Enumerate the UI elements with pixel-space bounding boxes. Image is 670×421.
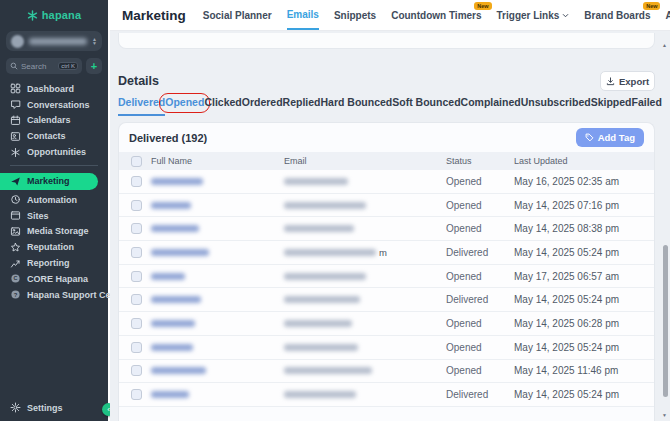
details-tab-complained[interactable]: Complained <box>461 96 521 116</box>
sidebar-item-media-storage[interactable]: Media Storage <box>0 224 108 240</box>
details-tab-delivered[interactable]: Delivered <box>118 96 165 116</box>
details-tab-hard-bounced[interactable]: Hard Bounced <box>321 96 393 116</box>
table-row[interactable]: DeliveredMay 14, 2025 05:24 pm <box>119 383 654 407</box>
add-tag-button[interactable]: Add Tag <box>576 128 644 147</box>
row-checkbox[interactable] <box>131 389 142 400</box>
redacted-email <box>284 202 366 209</box>
sidebar-item-support[interactable]: ?Hapana Support Center <box>0 287 108 303</box>
details-tab-label: Delivered <box>118 96 165 108</box>
details-tab-skipped[interactable]: Skipped <box>591 96 632 116</box>
details-tab-bar: DeliveredOpenedClickedOrderedRepliedHard… <box>118 96 612 116</box>
export-button[interactable]: Export <box>600 71 655 91</box>
status-value: Delivered <box>446 247 514 258</box>
sidebar-item-dashboard[interactable]: Dashboard <box>0 81 108 97</box>
marketing-icon <box>10 176 21 187</box>
tab-label: Trigger Links <box>497 10 560 21</box>
table-row[interactable]: OpenedMay 14, 2025 08:38 pm <box>119 217 654 241</box>
row-checkbox[interactable] <box>131 294 142 305</box>
redacted-email <box>284 249 376 256</box>
last-updated-value: May 14, 2025 06:28 pm <box>514 318 654 329</box>
status-value: Opened <box>446 318 514 329</box>
sidebar-item-contacts[interactable]: Contacts <box>0 128 108 144</box>
table-row[interactable]: OpenedMay 14, 2025 07:16 pm <box>119 194 654 218</box>
redacted-full-name <box>151 391 189 398</box>
reporting-icon <box>10 258 21 269</box>
delivered-table-card: Delivered (192) Add Tag Full Name Email … <box>118 122 655 421</box>
sidebar-item-label: Automation <box>27 195 77 205</box>
tab-snippets[interactable]: Snippets <box>334 0 376 30</box>
new-badge: New <box>643 2 660 10</box>
sidebar-item-calendars[interactable]: Calendars <box>0 113 108 129</box>
tab-countdown-timers[interactable]: Countdown TimersNew <box>391 0 481 30</box>
redacted-full-name <box>151 225 199 232</box>
table-header-row: Full Name Email Status Last Updated <box>119 152 654 170</box>
table-row[interactable]: OpenedMay 16, 2025 02:35 am <box>119 170 654 194</box>
last-updated-value: May 14, 2025 05:24 pm <box>514 342 654 353</box>
column-full-name: Full Name <box>151 156 284 166</box>
sidebar-item-marketing[interactable]: Marketing <box>0 173 98 190</box>
sidebar-item-core-hapana[interactable]: CCORE Hapana <box>0 271 108 287</box>
row-checkbox[interactable] <box>131 247 142 258</box>
column-email: Email <box>284 156 446 166</box>
row-checkbox[interactable] <box>131 200 142 211</box>
table-body: OpenedMay 16, 2025 02:35 amOpenedMay 14,… <box>119 170 654 407</box>
tab-trigger-links[interactable]: Trigger Links <box>497 0 570 30</box>
table-row[interactable]: mDeliveredMay 14, 2025 05:24 pm <box>119 241 654 265</box>
table-row[interactable]: OpenedMay 14, 2025 05:24 pm <box>119 336 654 360</box>
redacted-email <box>284 344 358 351</box>
add-button[interactable]: + <box>86 58 102 74</box>
details-tab-failed[interactable]: Failed <box>632 96 662 116</box>
details-tab-replied[interactable]: Replied <box>283 96 321 116</box>
details-tab-unsubscribed[interactable]: Unsubscribed <box>521 96 591 116</box>
table-row[interactable]: OpenedMay 14, 2025 06:28 pm <box>119 312 654 336</box>
sidebar-item-reporting[interactable]: Reporting <box>0 255 108 271</box>
tab-brand-boards[interactable]: Brand BoardsNew <box>584 0 650 30</box>
status-value: Delivered <box>446 389 514 400</box>
scrollbar-thumb[interactable] <box>663 245 668 397</box>
row-checkbox[interactable] <box>131 365 142 376</box>
tab-social-planner[interactable]: Social Planner <box>203 0 272 30</box>
sidebar-item-conversations[interactable]: Conversations <box>0 97 108 113</box>
table-row[interactable]: OpenedMay 14, 2025 11:46 pm <box>119 360 654 384</box>
sidebar-item-opportunities[interactable]: Opportunities <box>0 144 108 160</box>
status-value: Opened <box>446 200 514 211</box>
details-tab-label: Replied <box>283 96 321 108</box>
last-updated-value: May 16, 2025 02:35 am <box>514 176 654 187</box>
sidebar-menu: DashboardConversationsCalendarsContactsO… <box>0 81 108 303</box>
table-row[interactable]: DeliveredMay 14, 2025 05:24 pm <box>119 288 654 312</box>
tab-label: Brand Boards <box>584 10 650 21</box>
sidebar-item-settings[interactable]: Settings <box>0 402 108 413</box>
details-tab-label: Soft Bounced <box>392 96 460 108</box>
details-tab-opened[interactable]: Opened <box>165 96 204 116</box>
scrollbar-up-arrow[interactable]: ▲ <box>662 42 667 48</box>
tab-ad-manager[interactable]: Ad ManagerNew <box>665 0 670 30</box>
row-checkbox[interactable] <box>131 318 142 329</box>
tab-emails[interactable]: Emails <box>287 0 319 30</box>
details-tab-soft-bounced[interactable]: Soft Bounced <box>392 96 460 116</box>
sidebar-divider <box>10 165 98 166</box>
tab-label: Snippets <box>334 10 376 21</box>
sidebar-item-automation[interactable]: Automation <box>0 192 108 208</box>
row-checkbox[interactable] <box>131 342 142 353</box>
details-tab-clicked[interactable]: Clicked <box>204 96 241 116</box>
tag-icon <box>585 133 594 142</box>
core-hapana-icon: C <box>10 273 21 284</box>
redacted-email <box>284 367 372 374</box>
table-row[interactable]: OpenedMay 17, 2025 06:57 am <box>119 265 654 289</box>
tab-label: Emails <box>287 9 319 20</box>
search-input[interactable]: Search ctrl K <box>6 58 82 74</box>
tab-label: Countdown Timers <box>391 10 481 21</box>
select-all-checkbox[interactable] <box>131 156 142 167</box>
scrollbar-down-arrow[interactable]: ▼ <box>662 412 667 418</box>
redacted-email <box>284 320 352 327</box>
details-tab-ordered[interactable]: Ordered <box>242 96 283 116</box>
account-selector[interactable]: ▲▼ <box>6 31 102 51</box>
hapana-logo: hapana <box>0 0 108 27</box>
new-badge: New <box>474 2 491 10</box>
sidebar-item-reputation[interactable]: Reputation <box>0 239 108 255</box>
row-checkbox[interactable] <box>131 176 142 187</box>
sidebar-item-sites[interactable]: Sites <box>0 208 108 224</box>
details-tab-label: Complained <box>461 96 521 108</box>
row-checkbox[interactable] <box>131 271 142 282</box>
row-checkbox[interactable] <box>131 223 142 234</box>
